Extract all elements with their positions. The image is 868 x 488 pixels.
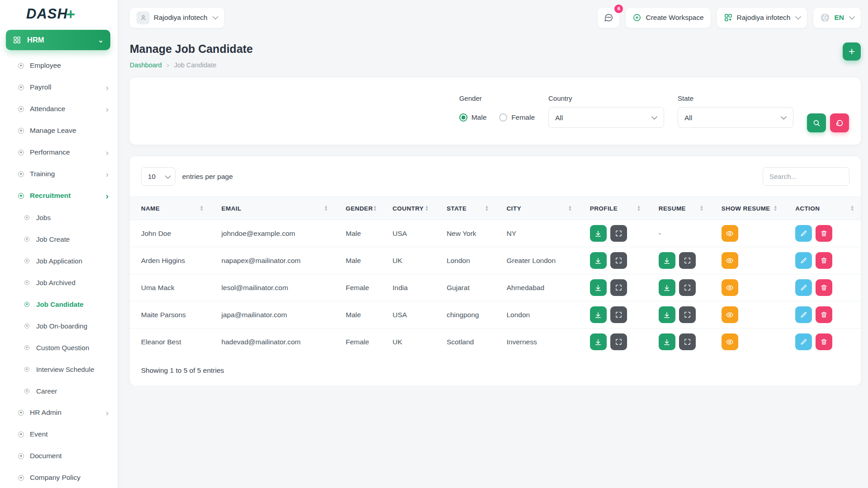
sort-icon[interactable]: ▲▼ <box>425 205 429 211</box>
sidebar-subitem-job-archived[interactable]: Job Archived <box>0 272 118 293</box>
view-profile-button[interactable] <box>610 252 627 269</box>
workspace-avatar <box>137 11 150 24</box>
edit-candidate-button[interactable] <box>795 333 812 350</box>
entries-per-page-select[interactable]: 10 <box>141 167 175 186</box>
download-resume-button[interactable] <box>659 252 675 269</box>
view-profile-button[interactable] <box>610 225 627 242</box>
radio-input[interactable] <box>459 113 467 122</box>
sort-icon[interactable]: ▲▼ <box>774 205 778 211</box>
sidebar-subitem-jobs[interactable]: Jobs <box>0 206 118 228</box>
sidebar-item-recruitment[interactable]: Recruitment› <box>0 185 118 206</box>
view-resume-button[interactable] <box>679 279 696 296</box>
chevron-right-icon: › <box>106 192 108 200</box>
download-resume-button[interactable] <box>659 306 675 323</box>
country-select[interactable]: All <box>548 107 664 128</box>
sidebar-subitem-job-application[interactable]: Job Application <box>0 250 118 272</box>
sidebar-item-document[interactable]: Document <box>0 445 118 467</box>
edit-candidate-button[interactable] <box>795 252 812 269</box>
sidebar-subitem-career[interactable]: Career <box>0 380 118 402</box>
show-resume-button[interactable] <box>722 306 738 323</box>
radio-input[interactable] <box>499 113 507 122</box>
delete-candidate-button[interactable] <box>816 279 832 296</box>
view-profile-button[interactable] <box>610 306 627 323</box>
sidebar-item-training[interactable]: Training› <box>0 163 118 185</box>
sort-icon[interactable]: ▲▼ <box>850 205 854 211</box>
column-header-gender[interactable]: GENDER▲▼ <box>335 197 381 220</box>
sidebar-item-event[interactable]: Event <box>0 423 118 445</box>
sidebar-subitem-custom-question[interactable]: Custom Question <box>0 337 118 358</box>
create-workspace-button[interactable]: Create Workspace <box>626 8 710 28</box>
download-resume-button[interactable] <box>659 333 675 350</box>
sidebar-item-attendance[interactable]: Attendance› <box>0 98 118 120</box>
view-resume-button[interactable] <box>679 333 696 350</box>
messages-button[interactable]: 6 <box>598 8 619 28</box>
sidebar-item-company-policy[interactable]: Company Policy <box>0 467 118 488</box>
state-select[interactable]: All <box>678 107 793 128</box>
cell-resume: - <box>647 220 710 247</box>
column-header-resume[interactable]: RESUME▲▼ <box>647 197 710 220</box>
download-profile-button[interactable] <box>590 225 607 242</box>
column-header-profile[interactable]: PROFILE▲▼ <box>579 197 647 220</box>
column-header-country[interactable]: COUNTRY▲▼ <box>381 197 435 220</box>
sidebar-section-hrm[interactable]: HRM ⌄ <box>6 30 110 50</box>
view-profile-button[interactable] <box>610 333 627 350</box>
reset-filter-button[interactable] <box>830 113 849 132</box>
table-search-input[interactable] <box>763 167 849 186</box>
sort-icon[interactable]: ▲▼ <box>373 205 377 211</box>
download-resume-button[interactable] <box>659 279 675 296</box>
gender-radio-female[interactable]: Female <box>499 113 535 122</box>
column-header-show-resume[interactable]: SHOW RESUME▲▼ <box>710 197 784 220</box>
show-resume-button[interactable] <box>722 279 738 296</box>
sort-icon[interactable]: ▲▼ <box>200 205 204 211</box>
sidebar-item-performance[interactable]: Performance› <box>0 141 118 163</box>
company-menu-button[interactable]: Rajodiya infotech <box>717 8 807 28</box>
sidebar-item-employee[interactable]: Employee <box>0 55 118 76</box>
download-profile-button[interactable] <box>590 279 607 296</box>
sidebar-subitem-interview-schedule[interactable]: Interview Schedule <box>0 358 118 380</box>
edit-candidate-button[interactable] <box>795 279 812 296</box>
delete-candidate-button[interactable] <box>816 306 832 323</box>
app-logo[interactable]: DASH+ <box>0 0 118 28</box>
language-selector[interactable]: EN <box>813 8 861 28</box>
sidebar-subitem-job-on-boarding[interactable]: Job On-boarding <box>0 315 118 337</box>
apply-filter-button[interactable] <box>807 113 826 132</box>
column-header-email[interactable]: EMAIL▲▼ <box>210 197 335 220</box>
sidebar-subitem-job-create[interactable]: Job Create <box>0 228 118 250</box>
view-profile-button[interactable] <box>610 279 627 296</box>
edit-candidate-button[interactable] <box>795 306 812 323</box>
show-resume-button[interactable] <box>722 252 738 269</box>
sidebar-subitem-job-candidate[interactable]: Job Candidate <box>0 293 118 315</box>
sidebar-item-payroll[interactable]: Payroll› <box>0 76 118 98</box>
download-profile-button[interactable] <box>590 333 607 350</box>
sort-icon[interactable]: ▲▼ <box>485 205 489 211</box>
sort-icon[interactable]: ▲▼ <box>324 205 328 211</box>
column-header-action[interactable]: ACTION▲▼ <box>784 197 861 220</box>
download-profile-button[interactable] <box>590 252 607 269</box>
column-header-city[interactable]: CITY▲▼ <box>495 197 578 220</box>
workspace-selector[interactable]: Rajodiya infotech <box>130 8 224 28</box>
edit-candidate-button[interactable] <box>795 225 812 242</box>
delete-candidate-button[interactable] <box>816 333 832 350</box>
add-candidate-button[interactable]: + <box>843 42 861 61</box>
sort-icon[interactable]: ▲▼ <box>568 205 572 211</box>
chat-bubble-icon <box>604 13 613 23</box>
pencil-icon <box>800 338 807 346</box>
gender-radio-male[interactable]: Male <box>459 113 487 122</box>
delete-candidate-button[interactable] <box>816 252 832 269</box>
sidebar: DASH+ HRM ⌄ EmployeePayroll›Attendance›M… <box>0 0 118 488</box>
view-resume-button[interactable] <box>679 252 696 269</box>
column-header-name[interactable]: NAME▲▼ <box>130 197 210 220</box>
sidebar-item-manage-leave[interactable]: Manage Leave <box>0 120 118 141</box>
download-profile-button[interactable] <box>590 306 607 323</box>
sort-icon[interactable]: ▲▼ <box>637 205 641 211</box>
sort-icon[interactable]: ▲▼ <box>700 205 704 211</box>
sidebar-subitem-label: Job On-boarding <box>36 322 87 330</box>
view-resume-button[interactable] <box>679 306 696 323</box>
show-resume-button[interactable] <box>722 333 738 350</box>
sidebar-item-hr-admin[interactable]: HR Admin› <box>0 402 118 423</box>
column-header-state[interactable]: STATE▲▼ <box>435 197 495 220</box>
breadcrumb-dashboard-link[interactable]: Dashboard <box>130 61 162 69</box>
delete-candidate-button[interactable] <box>816 225 832 242</box>
page-content: Manage Job Candidate Dashboard › Job Can… <box>118 33 868 385</box>
show-resume-button[interactable] <box>722 225 738 242</box>
